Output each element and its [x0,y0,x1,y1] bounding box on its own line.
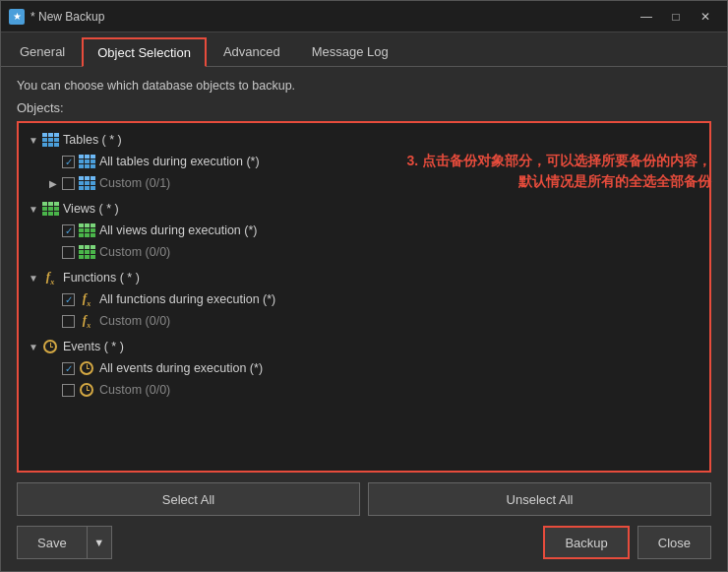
window-title: * New Backup [30,10,633,24]
tables-label: Tables ( * ) [63,133,122,147]
tables-expand-icon: ▼ [27,133,40,147]
objects-label: Objects: [17,100,711,115]
maximize-button[interactable]: □ [662,7,690,27]
functions-group-header[interactable]: ▼ fx Functions ( * ) [23,267,705,288]
events-all-label: All events during execution (*) [99,361,263,375]
backup-button[interactable]: Backup [543,526,629,559]
tables-all-icon [79,154,94,169]
tables-all-checkbox[interactable] [62,156,75,168]
events-icon [42,339,58,354]
views-group-header[interactable]: ▼ Views ( * ) [23,198,705,220]
functions-custom-icon: fx [79,313,94,329]
views-all-checkbox[interactable] [62,224,75,237]
events-all-icon [79,360,94,376]
views-all-label: All views during execution (*) [99,223,258,237]
functions-label: Functions ( * ) [63,271,140,285]
tab-general[interactable]: General [5,37,80,67]
right-action-buttons: Backup Close [543,526,711,559]
no-expand-icon [46,361,60,375]
close-button[interactable]: Close [637,526,711,559]
functions-all-icon: fx [79,291,94,307]
title-bar: ★ * New Backup — □ ✕ [1,1,727,32]
functions-all-checkbox[interactable] [62,293,75,306]
no-expand-icon [46,314,60,328]
functions-all-row[interactable]: fx All functions during execution (*) [23,288,705,310]
events-custom-checkbox[interactable] [62,384,75,397]
object-tree[interactable]: ▼ Tables ( * ) [17,121,711,473]
tables-all-label: All tables during execution (*) [99,155,260,168]
events-all-checkbox[interactable] [62,362,75,375]
views-custom-row[interactable]: Custom (0/0) [23,241,705,263]
tab-message-log[interactable]: Message Log [297,37,403,67]
views-icon [42,201,58,217]
tables-group-header[interactable]: ▼ Tables ( * ) [23,129,705,151]
views-all-row[interactable]: All views during execution (*) [23,220,705,241]
events-custom-label: Custom (0/0) [99,383,170,397]
events-all-row[interactable]: All events during execution (*) [23,357,705,379]
functions-custom-row[interactable]: fx Custom (0/0) [23,310,705,332]
no-expand-icon [46,383,60,397]
action-row: Save ▼ Backup Close [17,526,711,559]
content-area: 3. 点击备份对象部分，可以选择所要备份的内容， 默认情况是所有的全选全部备份 … [1,67,727,571]
selection-buttons: Select All Unselect All [17,482,711,516]
views-label: Views ( * ) [63,202,119,216]
tables-all-row[interactable]: All tables during execution (*) [23,151,705,172]
events-custom-row[interactable]: Custom (0/0) [23,379,705,401]
save-group: Save ▼ [17,526,112,559]
views-all-icon [79,222,94,238]
functions-expand-icon: ▼ [27,271,40,285]
events-group-header[interactable]: ▼ Events ( * ) [23,336,705,357]
tables-custom-expand-icon: ▶ [46,176,60,190]
tables-custom-icon [79,175,94,191]
tab-advanced[interactable]: Advanced [209,37,295,67]
tables-custom-checkbox[interactable] [62,177,75,190]
close-window-button[interactable]: ✕ [692,7,719,27]
functions-custom-checkbox[interactable] [62,315,75,328]
minimize-button[interactable]: — [633,7,660,27]
tab-bar: General Object Selection Advanced Messag… [1,32,727,67]
views-custom-icon [79,244,94,260]
window-icon: ★ [9,9,25,25]
unselect-all-button[interactable]: Unselect All [368,482,711,516]
views-custom-label: Custom (0/0) [99,245,170,259]
views-custom-checkbox[interactable] [62,246,75,259]
tables-icon [42,132,58,148]
no-expand-icon [46,292,60,306]
events-group: ▼ Events ( * ) All events during executi… [23,336,705,401]
no-expand-icon [46,223,60,237]
window-controls: — □ ✕ [633,7,719,27]
tables-group: ▼ Tables ( * ) [23,129,705,194]
views-expand-icon: ▼ [27,202,40,216]
functions-custom-label: Custom (0/0) [99,314,170,328]
functions-icon: fx [42,270,58,286]
dropdown-arrow-icon: ▼ [93,537,104,548]
events-custom-icon [79,382,94,398]
tables-custom-row[interactable]: ▶ Custom (0/1) [23,172,705,194]
functions-group: ▼ fx Functions ( * ) fx All functions du… [23,267,705,332]
views-group: ▼ Views ( * ) [23,198,705,263]
no-expand-icon [46,155,60,168]
functions-all-label: All functions during execution (*) [99,292,275,306]
events-label: Events ( * ) [63,340,124,353]
tables-custom-label: Custom (0/1) [99,176,170,190]
save-dropdown-button[interactable]: ▼ [87,526,112,559]
events-expand-icon: ▼ [27,340,40,353]
select-all-button[interactable]: Select All [17,482,360,516]
no-expand-icon [46,245,60,259]
tab-object-selection[interactable]: Object Selection [82,37,207,67]
description-text: You can choose which database objects to… [17,79,711,93]
save-button[interactable]: Save [17,526,87,559]
